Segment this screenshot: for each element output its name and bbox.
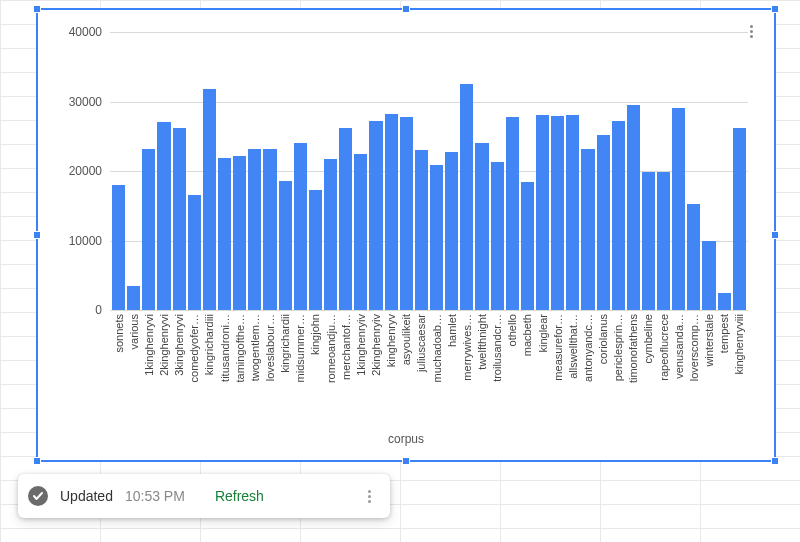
check-icon: [28, 486, 48, 506]
resize-handle-bl[interactable]: [33, 457, 41, 465]
x-tick-label: tempest: [718, 314, 731, 424]
x-tick-label: periclesprin…: [612, 314, 625, 424]
x-tick-label: venusanda…: [672, 314, 685, 424]
gridline: [110, 310, 748, 311]
status-time: 10:53 PM: [125, 488, 185, 504]
bar[interactable]: [551, 116, 564, 310]
resize-handle-tl[interactable]: [33, 5, 41, 13]
x-tick-label: rapeoflucrece: [657, 314, 670, 424]
x-tick-label: cymbeline: [642, 314, 655, 424]
bar[interactable]: [642, 172, 655, 310]
bar[interactable]: [475, 143, 488, 310]
bar[interactable]: [612, 121, 625, 310]
x-tick-label: kingrichardii: [279, 314, 292, 424]
refresh-button[interactable]: Refresh: [215, 488, 264, 504]
x-tick-label: hamlet: [445, 314, 458, 424]
x-tick-label: juliuscaesar: [415, 314, 428, 424]
bar[interactable]: [279, 181, 292, 310]
bar[interactable]: [188, 195, 201, 310]
x-tick-label: 1kinghenryiv: [354, 314, 367, 424]
y-tick-label: 0: [95, 303, 110, 317]
bar[interactable]: [627, 105, 640, 310]
bar[interactable]: [687, 204, 700, 310]
x-tick-label: tamingofthe…: [233, 314, 246, 424]
x-tick-label: loveslabour…: [263, 314, 276, 424]
x-tick-label: merchantof…: [339, 314, 352, 424]
x-tick-label: troilusandcr…: [491, 314, 504, 424]
bar[interactable]: [112, 185, 125, 310]
bar[interactable]: [173, 128, 186, 310]
x-tick-label: timonofathens: [627, 314, 640, 424]
resize-handle-lm[interactable]: [33, 231, 41, 239]
x-tick-label: kingjohn: [309, 314, 322, 424]
bar[interactable]: [597, 135, 610, 310]
x-axis-title: corpus: [46, 432, 766, 446]
bar[interactable]: [369, 121, 382, 310]
bar[interactable]: [339, 128, 352, 310]
x-tick-label: merrywives…: [460, 314, 473, 424]
x-axis-labels: sonnetsvarious1kinghenryvi2kinghenryvi3k…: [110, 314, 748, 424]
bar[interactable]: [460, 84, 473, 310]
bar[interactable]: [263, 149, 276, 310]
resize-handle-rm[interactable]: [771, 231, 779, 239]
x-tick-label: kingrichardiii: [203, 314, 216, 424]
plot-area: 010000200003000040000: [110, 32, 748, 310]
x-tick-label: midsummer…: [294, 314, 307, 424]
x-tick-label: titusandroni…: [218, 314, 231, 424]
bar[interactable]: [354, 154, 367, 310]
resize-handle-bm[interactable]: [402, 457, 410, 465]
chart-object[interactable]: 010000200003000040000 sonnetsvarious1kin…: [36, 8, 776, 462]
bar[interactable]: [733, 128, 746, 310]
y-tick-label: 10000: [69, 234, 110, 248]
bar[interactable]: [248, 149, 261, 310]
bar[interactable]: [718, 293, 731, 310]
resize-handle-tm[interactable]: [402, 5, 410, 13]
x-tick-label: various: [127, 314, 140, 424]
x-tick-label: romeoandju…: [324, 314, 337, 424]
x-tick-label: muchadoab…: [430, 314, 443, 424]
bar[interactable]: [581, 149, 594, 310]
x-tick-label: kinghenryv: [385, 314, 398, 424]
resize-handle-tr[interactable]: [771, 5, 779, 13]
x-tick-label: 1kinghenryvi: [142, 314, 155, 424]
x-tick-label: 3kinghenryvi: [173, 314, 186, 424]
bar[interactable]: [157, 122, 170, 310]
y-tick-label: 20000: [69, 164, 110, 178]
bar[interactable]: [218, 158, 231, 310]
x-tick-label: coriolanus: [597, 314, 610, 424]
bar[interactable]: [491, 162, 504, 310]
bar[interactable]: [142, 149, 155, 310]
x-tick-label: 2kinghenryvi: [157, 314, 170, 424]
bar[interactable]: [127, 286, 140, 310]
bar[interactable]: [536, 115, 549, 310]
x-tick-label: winterstale: [702, 314, 715, 424]
status-toast: Updated 10:53 PM Refresh: [18, 474, 390, 518]
bar[interactable]: [521, 182, 534, 310]
bar[interactable]: [203, 89, 216, 310]
x-tick-label: asyoulikeit: [400, 314, 413, 424]
bar[interactable]: [506, 117, 519, 310]
x-tick-label: comedyofer…: [188, 314, 201, 424]
bar[interactable]: [233, 156, 246, 310]
y-tick-label: 40000: [69, 25, 110, 39]
bar[interactable]: [566, 115, 579, 310]
resize-handle-br[interactable]: [771, 457, 779, 465]
bar[interactable]: [702, 241, 715, 311]
bar[interactable]: [430, 165, 443, 310]
toast-more-icon[interactable]: [358, 481, 380, 511]
bar[interactable]: [385, 114, 398, 310]
x-tick-label: twelfthnight: [475, 314, 488, 424]
x-tick-label: 2kinghenryiv: [369, 314, 382, 424]
bar[interactable]: [445, 152, 458, 310]
bar[interactable]: [324, 159, 337, 311]
status-updated-label: Updated: [60, 488, 113, 504]
x-tick-label: antonyandc…: [581, 314, 594, 424]
bar[interactable]: [657, 172, 670, 310]
bar[interactable]: [294, 143, 307, 310]
bar[interactable]: [672, 108, 685, 310]
x-tick-label: sonnets: [112, 314, 125, 424]
bar[interactable]: [415, 150, 428, 310]
bar[interactable]: [400, 117, 413, 310]
bar[interactable]: [309, 190, 322, 310]
x-tick-label: kinghenryviii: [733, 314, 746, 424]
